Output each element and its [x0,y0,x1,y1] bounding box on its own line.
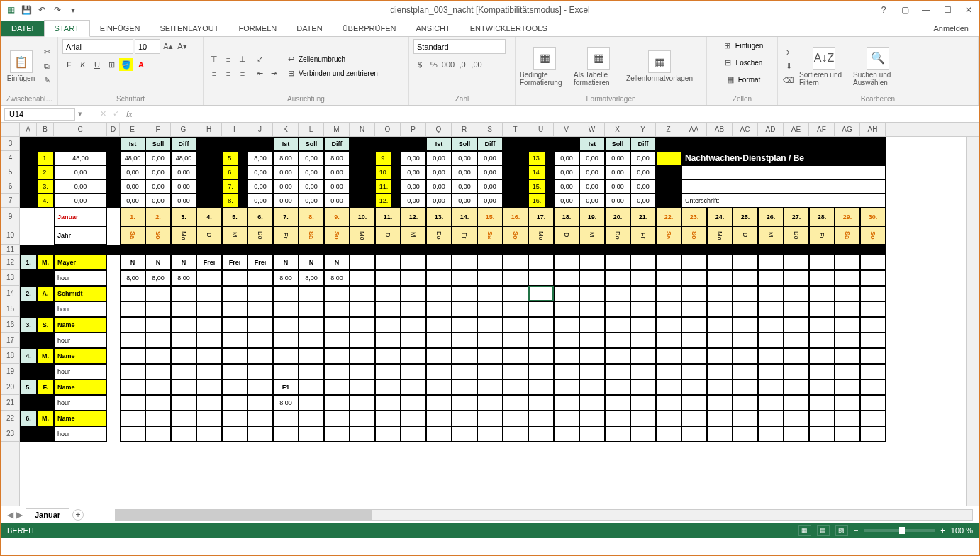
fx-icon[interactable]: fx [122,110,137,118]
shift-cell[interactable] [758,255,784,270]
close-icon[interactable]: ✕ [959,3,979,17]
shift-cell[interactable] [426,411,452,426]
shift-cell[interactable] [809,286,835,301]
hour-cell[interactable] [528,395,554,411]
cell[interactable] [20,301,37,317]
shift-cell[interactable] [579,255,605,270]
stat-num[interactable]: 4. [37,194,54,208]
cell[interactable] [222,245,247,255]
shift-cell[interactable]: Frei [196,255,222,270]
tab-data[interactable]: DATEN [286,21,332,36]
align-left-icon[interactable]: ≡ [208,67,221,80]
hour-cell[interactable] [196,395,222,411]
shift-cell[interactable] [171,348,196,364]
hour-cell[interactable] [554,395,579,411]
hour-cell[interactable] [350,270,375,286]
shift-cell[interactable] [835,255,860,270]
hour-cell[interactable] [401,270,426,286]
cell[interactable] [656,151,681,165]
format-table-button[interactable]: ▦Als Tabelle formatieren [574,47,623,87]
day-number[interactable]: 9. [324,208,350,226]
shift-cell[interactable] [120,348,145,364]
cond-format-button[interactable]: ▦Bedingte Formatierung [520,47,569,87]
weekday[interactable]: Mo [528,226,554,245]
shift-cell[interactable] [630,348,656,364]
hour-cell[interactable] [375,364,401,379]
emp-name[interactable]: Schmidt [54,286,107,301]
hour-cell[interactable] [426,333,452,348]
cell[interactable] [20,245,37,255]
col-header-AB[interactable]: AB [707,123,733,136]
col-header-X[interactable]: X [605,123,630,136]
weekday[interactable]: Mo [171,226,196,245]
row-header[interactable]: 12 [1,255,19,270]
shift-cell[interactable] [426,379,452,395]
hour-cell[interactable] [758,333,784,348]
weekday[interactable]: Sa [299,226,324,245]
cell[interactable]: 48,00 [54,151,107,165]
col-header-O[interactable]: O [375,123,401,136]
col-header-F[interactable]: F [145,123,171,136]
hour-cell[interactable] [630,364,656,379]
shift-cell[interactable] [809,317,835,333]
weekday[interactable]: Mo [350,226,375,245]
shift-cell[interactable] [579,286,605,301]
hour-cell[interactable] [656,270,681,286]
hour-cell[interactable] [375,395,401,411]
hour-cell[interactable] [120,333,145,348]
hour-label[interactable]: hour [54,301,107,317]
sort-filter-button[interactable]: A↓ZSortieren und Filtern [799,47,849,87]
hour-cell[interactable]: 8,00 [145,270,171,286]
hour-cell[interactable] [605,395,630,411]
cell[interactable] [528,245,554,255]
hour-cell[interactable]: 8,00 [171,270,196,286]
stat-num[interactable]: 5. [222,151,239,165]
cell[interactable]: 0,00 [605,179,630,194]
hour-cell[interactable] [324,333,350,348]
shift-cell[interactable] [247,379,273,395]
shift-cell[interactable] [375,348,401,364]
shift-cell[interactable] [299,379,324,395]
hour-cell[interactable] [605,270,630,286]
align-center-icon[interactable]: ≡ [222,67,235,80]
shift-cell[interactable] [503,411,528,426]
weekday[interactable]: Di [554,226,579,245]
hour-cell[interactable] [350,395,375,411]
hour-cell[interactable] [656,364,681,379]
hour-cell[interactable] [350,301,375,317]
hour-cell[interactable] [196,333,222,348]
shift-cell[interactable] [222,411,247,426]
hour-cell[interactable] [809,364,835,379]
cell[interactable]: 0,00 [247,179,273,194]
cell[interactable]: 0,00 [171,179,196,194]
hour-cell[interactable] [299,364,324,379]
col-header-S[interactable]: S [477,123,503,136]
shift-cell[interactable] [426,255,452,270]
shift-cell[interactable] [196,348,222,364]
hour-cell[interactable] [681,333,707,348]
cell[interactable] [20,270,37,286]
shift-cell[interactable] [860,411,886,426]
cell[interactable]: Soll [145,137,171,151]
col-header-Z[interactable]: Z [656,123,681,136]
weekday[interactable]: Fr [630,226,656,245]
weekday[interactable]: Do [784,226,809,245]
view-pagebreak-icon[interactable]: ▧ [835,525,848,536]
shift-cell[interactable] [299,348,324,364]
cell[interactable]: 0,00 [54,165,107,179]
cancel-formula-icon[interactable]: ✕ [96,108,109,121]
emp-initial[interactable]: M. [37,411,54,426]
align-bottom-icon[interactable]: ⊥ [236,53,249,66]
hour-cell[interactable] [579,395,605,411]
shift-cell[interactable] [605,286,630,301]
month-label[interactable]: Januar [54,208,107,226]
dec-decimal-icon[interactable]: ,00 [470,58,483,71]
shift-cell[interactable] [758,317,784,333]
hour-cell[interactable] [426,395,452,411]
horizontal-scrollbar[interactable] [115,509,973,521]
cell[interactable] [579,245,605,255]
shift-cell[interactable] [222,286,247,301]
shift-cell[interactable] [835,286,860,301]
shift-cell[interactable] [554,379,579,395]
insert-cells-button[interactable]: ⊞Einfügen [721,39,763,52]
